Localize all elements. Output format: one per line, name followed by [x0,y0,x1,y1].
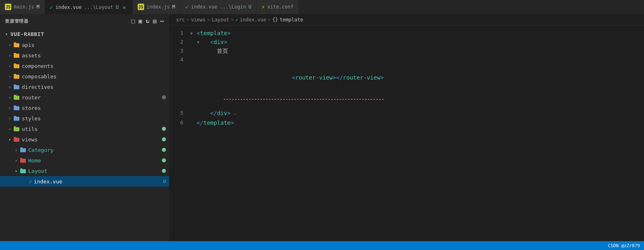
home-badge [162,158,166,162]
line-content-2: ▾ <div> [190,38,644,46]
line-number-5: 5 [170,109,190,118]
sidebar-item-home[interactable]: Home [0,155,169,166]
main-area: 资源管理器 □ ▣ ↻ ▤ ⋯ VUE-RABBIT apis [0,14,644,241]
code-line-2: 2 ▾ <div> [170,38,644,46]
breadcrumb-sep4: > [268,17,271,23]
tab-index-vue-login[interactable]: ✓ index.vue ...\Login U [180,0,257,14]
item-label-router: router [22,95,162,101]
tab-label: index.js [147,4,170,10]
chevron-utils [6,126,13,132]
tab-modified-badge: M [37,4,40,10]
line-content-5: </div>— [190,109,644,118]
vue-file-icon: ✓ [29,179,32,185]
svg-rect-4 [20,169,26,173]
folder-icon-components [13,62,20,69]
new-file-icon[interactable]: □ [131,17,135,25]
sidebar-item-utils[interactable]: utils [0,124,169,134]
chevron-components [6,63,13,69]
sidebar-item-composables[interactable]: composables [0,71,169,82]
line-content-6: </template> [190,118,644,127]
utils-badge [162,127,166,131]
breadcrumb-sep2: > [207,17,210,23]
tab-label: index.vue [55,4,82,10]
tab-vite-conf[interactable]: ⚡ vite.conf [257,0,299,14]
chevron-directives [6,84,13,90]
chevron-styles [6,115,13,122]
new-folder-icon[interactable]: ▣ [138,17,143,25]
item-label-category: Category [28,147,162,153]
tab-index-js[interactable]: JS index.js M [133,0,180,14]
code-line-3: 3 首页 [170,46,644,55]
layout-badge [162,169,166,173]
sidebar-item-assets[interactable]: assets [0,50,169,61]
folder-icon-assets [13,52,20,59]
sidebar-item-category[interactable]: Category [0,145,169,155]
item-label-layout: Layout [28,168,162,174]
root-label: VUE-RABBIT [10,31,44,37]
sidebar-item-index-vue[interactable]: ✓ index.vue U [0,176,169,187]
editor-area: src > views > Layout > ✓ index.vue > {} … [170,14,644,241]
line-content-3: 首页 [190,46,644,55]
tab-main-js[interactable]: JS main.js M [0,0,45,14]
line-number-4: 4 [170,55,190,64]
vue-icon: ✓ [50,4,53,11]
code-line-5: 5 </div>— [170,109,644,118]
breadcrumb: src > views > Layout > ✓ index.vue > {} … [170,14,644,25]
sidebar-item-styles[interactable]: styles [0,113,169,124]
tab-close-button[interactable]: ✕ [121,4,128,11]
sidebar-item-views[interactable]: views [0,134,169,145]
breadcrumb-template: template [280,17,303,23]
folder-icon-router [13,94,20,101]
chevron-composables [6,73,13,80]
line-number-6: 6 [170,118,190,127]
root-folder[interactable]: VUE-RABBIT [0,28,169,40]
item-label-composables: composables [22,74,169,80]
tab-bar: JS main.js M ✓ index.vue ...\Layout U ✕ … [0,0,644,14]
chevron-assets [6,52,13,59]
sidebar-item-apis[interactable]: apis [0,40,169,50]
sidebar-item-components[interactable]: components [0,61,169,71]
js-icon: JS [5,4,11,10]
code-line-6: 6 </template> [170,118,644,127]
tab-label: vite.conf [267,4,294,10]
line-number-2: 2 [170,38,190,46]
breadcrumb-curly: {} [272,17,278,23]
breadcrumb-sep3: > [231,17,234,23]
tab-modified-badge: M [172,4,175,10]
sidebar-item-router[interactable]: router [0,92,169,103]
status-bar: CSDN @zZr879 [0,241,644,250]
svg-rect-1 [14,127,19,131]
status-text: CSDN @zZr879 [608,243,640,248]
folder-icon-composables [13,73,20,80]
item-label-directives: directives [22,84,169,90]
svg-rect-0 [14,96,19,100]
item-label-views: views [22,137,162,143]
sidebar-item-stores[interactable]: stores [0,103,169,113]
folder-icon-apis [13,41,20,48]
item-label-utils: utils [22,126,162,132]
collapse-icon[interactable]: ▤ [153,17,157,25]
line-content-1: ▾ <template> [190,29,644,38]
root-chevron [3,31,10,37]
breadcrumb-vue-icon: ✓ [235,17,238,23]
file-untracked-badge: U [163,179,166,184]
chevron-layout [13,168,19,174]
item-label-index-vue: index.vue [34,179,164,185]
refresh-icon[interactable]: ↻ [146,17,150,25]
code-editor[interactable]: 1 ▾ <template> 2 ▾ <div> 3 首页 4 <r [170,25,644,241]
chevron-views [6,136,13,143]
sidebar-item-directives[interactable]: directives [0,82,169,92]
tab-label: main.js [14,4,34,10]
breadcrumb-src: src [176,17,185,23]
svg-rect-2 [14,138,19,142]
tab-untracked-badge: U [116,4,119,10]
more-icon[interactable]: ⋯ [160,17,164,25]
chevron-router [6,94,13,101]
sidebar-item-layout[interactable]: Layout [0,166,169,176]
router-badge [162,95,166,99]
chevron-stores [6,105,13,111]
chevron-apis [6,42,13,48]
category-badge [162,148,166,152]
tab-index-vue-layout[interactable]: ✓ index.vue ...\Layout U ✕ [45,0,133,14]
sidebar-title: 资源管理器 [5,18,29,24]
